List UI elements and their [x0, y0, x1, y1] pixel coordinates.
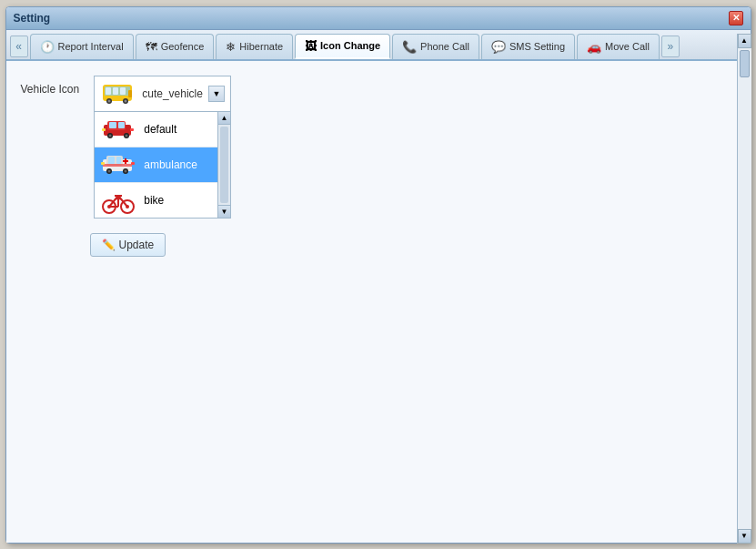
- main-scroll-thumb[interactable]: [740, 50, 750, 77]
- scroll-up-button[interactable]: ▲: [218, 112, 230, 125]
- svg-rect-9: [128, 90, 132, 97]
- tab-next-button[interactable]: »: [661, 36, 680, 57]
- svg-rect-13: [118, 122, 125, 128]
- scroll-down-button[interactable]: ▼: [218, 205, 230, 218]
- tab-sms-setting-label: SMS Setting: [509, 41, 565, 52]
- bike-icon: [100, 187, 136, 214]
- svg-rect-22: [108, 157, 115, 164]
- close-icon: ✕: [732, 13, 740, 23]
- hibernate-icon: ❄: [226, 40, 236, 54]
- svg-rect-3: [113, 87, 118, 95]
- svg-rect-18: [102, 128, 106, 131]
- vehicle-list[interactable]: default: [94, 111, 218, 219]
- tab-move-call-label: Move Call: [605, 41, 650, 52]
- chevron-down-icon: ▼: [212, 89, 220, 98]
- tab-hibernate[interactable]: ❄ Hibernate: [216, 34, 293, 59]
- main-scrollbar[interactable]: ▲ ▼: [737, 34, 751, 544]
- svg-rect-2: [106, 87, 111, 95]
- vehicle-icon-section: Vehicle Icon: [21, 76, 736, 219]
- svg-rect-19: [130, 128, 134, 131]
- icon-change-icon: 🖼: [305, 39, 317, 53]
- update-button-container: ✏️ Update: [90, 233, 736, 257]
- list-scrollbar[interactable]: ▲ ▼: [218, 111, 231, 219]
- default-car-icon: [100, 116, 136, 143]
- selected-vehicle-icon: [100, 80, 136, 107]
- main-scroll-down-button[interactable]: ▼: [738, 529, 751, 544]
- sms-setting-icon: 💬: [491, 40, 506, 54]
- vehicle-list-container: default: [94, 111, 231, 219]
- svg-point-30: [125, 169, 127, 172]
- svg-point-15: [109, 134, 112, 137]
- scroll-thumb[interactable]: [220, 127, 228, 203]
- svg-rect-25: [125, 158, 126, 164]
- vehicle-dropdown[interactable]: cute_vehicle ▼: [94, 76, 231, 111]
- tab-prev-button[interactable]: «: [10, 36, 28, 57]
- svg-rect-31: [101, 162, 105, 165]
- tab-phone-call[interactable]: 📞 Phone Call: [392, 34, 479, 59]
- svg-point-8: [125, 99, 127, 102]
- svg-rect-32: [131, 162, 135, 165]
- tab-hibernate-label: Hibernate: [239, 41, 283, 52]
- phone-call-icon: 📞: [402, 40, 417, 54]
- svg-rect-4: [120, 87, 126, 95]
- tab-icon-change-label: Icon Change: [320, 40, 380, 51]
- list-item-ambulance[interactable]: ambulance: [95, 147, 217, 183]
- update-button-label: Update: [119, 239, 155, 251]
- list-item-bike-label: bike: [144, 194, 164, 207]
- list-item-default[interactable]: default: [95, 112, 217, 147]
- pencil-icon: ✏️: [102, 239, 116, 251]
- title-bar: Setting ✕: [6, 7, 751, 30]
- main-scroll-up-button[interactable]: ▲: [738, 34, 751, 48]
- dropdown-selected-text: cute_vehicle: [142, 87, 203, 100]
- svg-rect-26: [103, 164, 132, 167]
- content-area: Vehicle Icon: [6, 61, 751, 543]
- tab-report-interval-label: Report Interval: [58, 41, 124, 52]
- tab-geofence-label: Geofence: [161, 41, 205, 52]
- svg-point-17: [126, 134, 128, 137]
- tab-sms-setting[interactable]: 💬 SMS Setting: [481, 34, 575, 59]
- close-button[interactable]: ✕: [729, 11, 743, 25]
- list-item-default-label: default: [144, 123, 176, 136]
- update-button[interactable]: ✏️ Update: [90, 233, 166, 257]
- vehicle-icon-control: cute_vehicle ▼: [94, 76, 231, 219]
- tab-move-call[interactable]: 🚗 Move Call: [577, 34, 660, 59]
- move-call-icon: 🚗: [587, 40, 601, 54]
- list-item-bike[interactable]: bike: [95, 183, 217, 218]
- prev-icon: «: [15, 40, 22, 53]
- window-title: Setting: [14, 12, 51, 25]
- dropdown-arrow-button[interactable]: ▼: [208, 86, 225, 102]
- report-interval-icon: 🕐: [40, 40, 55, 54]
- main-scroll-track: [738, 48, 751, 529]
- vehicle-icon-label: Vehicle Icon: [21, 83, 80, 96]
- tab-geofence[interactable]: 🗺 Geofence: [136, 34, 215, 59]
- list-item-ambulance-label: ambulance: [144, 158, 197, 171]
- geofence-icon: 🗺: [146, 40, 157, 54]
- tab-bar: « 🕐 Report Interval 🗺 Geofence ❄ Hiberna…: [6, 30, 751, 61]
- svg-point-6: [108, 99, 111, 102]
- ambulance-icon: [100, 151, 136, 178]
- tab-report-interval[interactable]: 🕐 Report Interval: [30, 34, 134, 59]
- svg-rect-12: [109, 122, 116, 128]
- tab-icon-change[interactable]: 🖼 Icon Change: [295, 34, 390, 59]
- svg-point-28: [108, 169, 111, 172]
- next-icon: »: [668, 40, 674, 53]
- svg-rect-23: [116, 157, 121, 164]
- tab-phone-call-label: Phone Call: [420, 41, 469, 52]
